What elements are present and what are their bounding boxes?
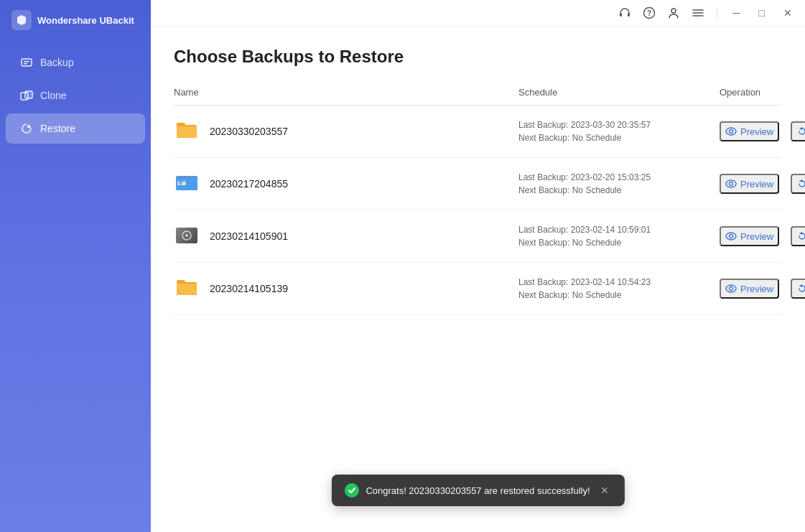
sidebar-item-backup[interactable]: Backup xyxy=(6,47,145,78)
eye-icon xyxy=(725,283,737,294)
svg-rect-3 xyxy=(24,63,27,65)
restore-button[interactable]: Restore xyxy=(791,279,805,299)
table-row: O 20230217204855 Last Backup: 2023-02-20… xyxy=(174,158,782,210)
col-operation: Operation xyxy=(720,87,782,98)
eye-icon xyxy=(725,126,737,137)
table-row: 20230330203557 Last Backup: 2023-03-30 2… xyxy=(174,106,782,158)
ops-col: Preview Restore xyxy=(720,174,805,194)
success-toast: Congrats! 20230330203557 are restored su… xyxy=(331,475,624,506)
page-content: Choose Backups to Restore Name Schedule … xyxy=(151,27,805,532)
next-backup-text: Next Backup: No Schedule xyxy=(518,238,720,248)
preview-label: Preview xyxy=(740,284,773,294)
col-name: Name xyxy=(174,87,518,98)
app-logo-icon xyxy=(11,10,32,30)
svg-rect-1 xyxy=(22,59,32,66)
preview-button[interactable]: Preview xyxy=(720,226,779,246)
svg-rect-2 xyxy=(24,61,29,62)
restore-button[interactable]: Restore xyxy=(791,174,805,194)
restore-op-icon xyxy=(796,230,805,242)
svg-point-29 xyxy=(726,285,736,292)
eye-icon xyxy=(725,178,737,190)
sidebar: Wondershare UBackit Backup Clone Restore xyxy=(0,0,151,532)
last-backup-text: Last Backup: 2023-03-30 20:35:57 xyxy=(518,120,720,130)
close-button[interactable]: ✕ xyxy=(779,6,796,20)
svg-point-28 xyxy=(730,235,733,238)
schedule-col: Last Backup: 2023-02-14 10:59:01 Next Ba… xyxy=(518,225,720,248)
eye-icon xyxy=(725,230,737,242)
row-name-col: O 20230217204855 xyxy=(174,169,518,198)
clone-icon xyxy=(20,89,33,102)
svg-point-21 xyxy=(726,180,736,187)
folder-icon xyxy=(174,222,200,251)
svg-point-26 xyxy=(185,234,188,237)
main-content: ? ─ □ ✕ Choose Backups to Restore Nam xyxy=(151,0,805,532)
sidebar-item-clone-label: Clone xyxy=(40,90,67,101)
schedule-col: Last Backup: 2023-02-20 15:03:25 Next Ba… xyxy=(518,172,720,195)
last-backup-text: Last Backup: 2023-02-14 10:54:23 xyxy=(518,277,720,287)
backup-name: 20230214105901 xyxy=(210,230,288,242)
table-row: 20230214105901 Last Backup: 2023-02-14 1… xyxy=(174,210,782,263)
app-title: Wondershare UBackit xyxy=(37,15,134,26)
minimize-button[interactable]: ─ xyxy=(729,6,745,20)
svg-rect-6 xyxy=(620,13,622,17)
preview-button[interactable]: Preview xyxy=(720,279,779,299)
svg-rect-5 xyxy=(25,91,32,98)
table-row: 20230214105139 Last Backup: 2023-02-14 1… xyxy=(174,263,782,315)
ops-col: Preview Restore xyxy=(720,121,805,141)
headset-icon[interactable] xyxy=(618,6,632,20)
menu-icon[interactable] xyxy=(691,6,705,20)
next-backup-text: Next Backup: No Schedule xyxy=(518,290,720,300)
svg-rect-7 xyxy=(628,13,630,17)
page-title: Choose Backups to Restore xyxy=(174,47,782,67)
titlebar: ? ─ □ ✕ xyxy=(151,0,805,27)
table-header: Name Schedule Operation xyxy=(174,87,782,106)
folder-icon: O xyxy=(174,169,200,198)
svg-point-14 xyxy=(726,128,736,135)
restore-icon xyxy=(20,122,33,135)
restore-button[interactable]: Restore xyxy=(791,226,805,246)
sidebar-item-clone[interactable]: Clone xyxy=(6,80,145,111)
folder-icon xyxy=(174,274,200,303)
schedule-col: Last Backup: 2023-02-14 10:54:23 Next Ba… xyxy=(518,277,720,300)
ops-col: Preview Restore xyxy=(720,279,805,299)
svg-point-30 xyxy=(730,287,733,291)
last-backup-text: Last Backup: 2023-02-14 10:59:01 xyxy=(518,225,720,235)
toast-message: Congrats! 20230330203557 are restored su… xyxy=(366,485,590,496)
ops-col: Preview Restore xyxy=(720,226,805,246)
preview-button[interactable]: Preview xyxy=(720,174,779,194)
next-backup-text: Next Backup: No Schedule xyxy=(518,133,720,143)
svg-point-15 xyxy=(730,130,733,134)
toast-close-button[interactable]: ✕ xyxy=(597,483,612,498)
svg-text:?: ? xyxy=(647,9,651,17)
sidebar-nav: Backup Clone Restore xyxy=(0,40,151,151)
sidebar-item-restore-label: Restore xyxy=(40,123,75,134)
help-icon[interactable]: ? xyxy=(642,6,656,20)
last-backup-text: Last Backup: 2023-02-20 15:03:25 xyxy=(518,172,720,182)
backup-list: 20230330203557 Last Backup: 2023-03-30 2… xyxy=(174,106,782,315)
row-name-col: 20230330203557 xyxy=(174,117,518,146)
row-name-col: 20230214105901 xyxy=(174,222,518,251)
restore-op-icon xyxy=(796,178,805,190)
preview-label: Preview xyxy=(740,231,773,242)
sidebar-item-backup-label: Backup xyxy=(40,57,74,68)
next-backup-text: Next Backup: No Schedule xyxy=(518,185,720,195)
app-header: Wondershare UBackit xyxy=(0,0,151,40)
svg-point-22 xyxy=(730,182,733,186)
folder-icon xyxy=(174,117,200,146)
toast-check-icon xyxy=(344,483,358,498)
svg-text:O: O xyxy=(179,181,182,185)
sidebar-item-restore[interactable]: Restore xyxy=(6,113,145,144)
restore-op-icon xyxy=(796,283,805,294)
backup-name: 20230330203557 xyxy=(210,126,288,137)
restore-op-icon xyxy=(796,126,805,137)
maximize-button[interactable]: □ xyxy=(755,6,769,20)
restore-button[interactable]: Restore xyxy=(791,121,805,141)
row-name-col: 20230214105139 xyxy=(174,274,518,303)
preview-label: Preview xyxy=(740,179,773,190)
backup-icon xyxy=(20,56,33,69)
svg-point-10 xyxy=(671,9,676,13)
preview-label: Preview xyxy=(740,126,773,137)
preview-button[interactable]: Preview xyxy=(720,121,779,141)
account-icon[interactable] xyxy=(666,6,681,20)
backup-name: 20230214105139 xyxy=(210,283,288,294)
